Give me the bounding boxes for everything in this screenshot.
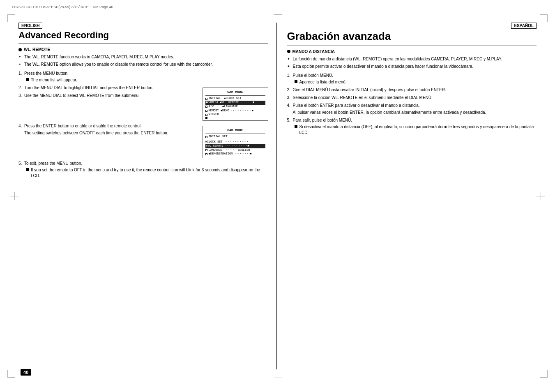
es-step-1-sub: Aparece la lista del menú. bbox=[295, 79, 537, 85]
step-4-extra: The setting switches between ON/OFF each… bbox=[24, 130, 193, 136]
step-5: 5. To exit, press the MENU button. If yo… bbox=[18, 161, 268, 179]
es-step-5-sub: Si desactiva el mando a distancia (OFF),… bbox=[295, 124, 537, 136]
cross-bottom bbox=[274, 374, 282, 382]
english-steps: 1. Press the MENÚ button. The menu list … bbox=[18, 71, 268, 179]
spanish-subsection: MANDO A DISTANCIA bbox=[287, 49, 537, 54]
menu-sq-filled bbox=[205, 117, 207, 119]
step-4-content: Press the ENTER button to enable or disa… bbox=[24, 123, 193, 136]
step-4-text: 4. Press the ENTER button to enable or d… bbox=[18, 123, 193, 161]
page-number: 40 bbox=[21, 369, 31, 376]
es-sq-bullet-5 bbox=[295, 125, 297, 128]
es-step-1: 1. Pulse el botón MENÚ. Aparece la lista… bbox=[287, 73, 537, 85]
es-step-5: 5. Para salir, pulse el botón MENÚ. Si d… bbox=[287, 118, 537, 136]
cross-top bbox=[274, 10, 282, 18]
english-title: Advanced Recording bbox=[18, 30, 268, 40]
steps-2-3-text: 2. Turn the MENU DIAL to highlight INITI… bbox=[18, 85, 193, 123]
menu-box-2-title: CAM MODE bbox=[205, 128, 265, 134]
menu-row-av: A/V ◆LANGUAGE bbox=[205, 105, 265, 109]
es-step-2-content: Gire el DIAL MENÚ hasta resaltar INITIAL… bbox=[293, 87, 537, 93]
spanish-badge-row: ESPAÑOL bbox=[287, 23, 537, 30]
step-1-content: Press the MENÚ button. The menu list wil… bbox=[24, 71, 268, 83]
step-1-num: 1. bbox=[18, 71, 24, 83]
es-step-4: 4. Pulse el botón ENTER para activar o d… bbox=[287, 103, 537, 115]
english-column: ENGLISH Advanced Recording WL. REMOTE Th… bbox=[18, 23, 277, 369]
menu-row-wl-remote: ◆WL.REMOTE ·············■ bbox=[205, 144, 265, 148]
es-step-4-content: Pulse el botón ENTER para activar o desa… bbox=[293, 103, 537, 115]
menu-sq-initial bbox=[205, 98, 207, 100]
menu-row-viewer: VIEWER bbox=[205, 113, 265, 117]
header-bar: 00762D SCD107 USA+ESP(28-59) 3/15/04 9:1… bbox=[12, 5, 543, 9]
menu-box-1-title: CAM MODE bbox=[205, 90, 265, 96]
es-step-1-content: Pulse el botón MENÚ. Aparece la lista de… bbox=[293, 73, 537, 85]
menu-box-2: CAM MODE INITIAL SET ◆CLOCK SET ········… bbox=[203, 126, 268, 158]
english-bullet-2: The WL. REMOTE option allows you to enab… bbox=[18, 62, 268, 67]
menu-diagram-2: CAM MODE INITIAL SET ◆CLOCK SET ········… bbox=[203, 126, 268, 158]
menu-box-1: CAM MODE INITIAL ◆CLOCK SET ■CAMERA ◆WL.… bbox=[203, 88, 268, 121]
step-3-content: Use the MENU DIAL to select WL.REMOTE fr… bbox=[24, 93, 193, 99]
spanish-bullet-1: La función de mando a distancia (WL. REM… bbox=[287, 56, 537, 62]
english-divider bbox=[18, 44, 268, 44]
es-step-5-num: 5. bbox=[287, 118, 293, 136]
es-step-5-content: Para salir, pulse el botón MENÚ. Si desa… bbox=[293, 118, 537, 136]
menu-diagram-1: CAM MODE INITIAL ◆CLOCK SET ■CAMERA ◆WL.… bbox=[203, 88, 268, 121]
subsection-bullet bbox=[18, 48, 22, 51]
step-4-with-diagram: 4. Press the ENTER button to enable or d… bbox=[18, 123, 268, 161]
spanish-column: ESPAÑOL Grabación avanzada MANDO A DISTA… bbox=[277, 23, 537, 369]
menu-sq-av bbox=[205, 106, 207, 108]
english-badge: ENGLISH bbox=[18, 23, 42, 29]
step-5-num: 5. bbox=[18, 161, 24, 179]
english-bullet-1: The WL. REMOTE function works in CAMERA,… bbox=[18, 54, 268, 60]
menu-sq-is bbox=[205, 136, 207, 138]
step-3: 3. Use the MENU DIAL to select WL.REMOTE… bbox=[18, 93, 193, 99]
reg-mark-tl bbox=[7, 14, 15, 22]
menu-sq-demo bbox=[205, 153, 207, 155]
spanish-bullet-2: Esta opción permite activar o desactivar… bbox=[287, 64, 537, 69]
cross-left bbox=[10, 192, 18, 200]
step-5-content: To exit, press the MENU button. If you s… bbox=[24, 161, 268, 179]
cross-right bbox=[537, 192, 545, 200]
menu-row-clock-set: ◆CLOCK SET ·············· bbox=[205, 140, 265, 144]
sq-bullet bbox=[26, 78, 29, 81]
file-info: 00762D SCD107 USA+ESP(28-59) 3/15/04 9:1… bbox=[12, 5, 113, 9]
es-step-2: 2. Gire el DIAL MENÚ hasta resaltar INIT… bbox=[287, 87, 537, 93]
menu-row-blank bbox=[205, 117, 265, 119]
spanish-badge: ESPAÑOL bbox=[511, 23, 537, 29]
step-2-num: 2. bbox=[18, 85, 24, 91]
step-2-content: Turn the MENU DIAL to highlight INITIAL … bbox=[24, 85, 193, 91]
es-step-1-num: 1. bbox=[287, 73, 293, 85]
es-step-3-content: Seleccione la opción WL. REMOTE en el su… bbox=[293, 95, 537, 101]
step-4-num: 4. bbox=[18, 123, 24, 136]
menu-row-initial-set: INITIAL SET bbox=[205, 135, 265, 139]
reg-mark-tr bbox=[540, 14, 548, 22]
es-step-3-num: 3. bbox=[287, 95, 293, 101]
step-2: 2. Turn the MENU DIAL to highlight INITI… bbox=[18, 85, 193, 91]
menu-row-initial: INITIAL ◆CLOCK SET bbox=[205, 97, 265, 101]
step-4: 4. Press the ENTER button to enable or d… bbox=[18, 123, 193, 136]
menu-row-camera: ■CAMERA ◆WL. REMOTE ······· ■ bbox=[205, 101, 265, 105]
menu-row-language: LANGUAGE·········ENGLISH bbox=[205, 148, 265, 152]
sq-bullet-5 bbox=[26, 168, 29, 171]
english-subsection: WL. REMOTE bbox=[18, 47, 268, 52]
spanish-divider bbox=[287, 46, 537, 46]
es-step-4-num: 4. bbox=[287, 103, 293, 115]
spanish-title: Grabación avanzada bbox=[287, 30, 537, 42]
step-3-num: 3. bbox=[18, 93, 24, 99]
es-sq-bullet-1 bbox=[295, 80, 297, 83]
menu-sq-memory bbox=[205, 110, 207, 112]
spanish-subsection-bullet bbox=[287, 50, 290, 53]
menu-sq-viewer bbox=[205, 114, 207, 116]
es-step-3: 3. Seleccione la opción WL. REMOTE en el… bbox=[287, 95, 537, 101]
main-content: ENGLISH Advanced Recording WL. REMOTE Th… bbox=[18, 23, 537, 369]
es-step-4-sub: Al pulsar varias veces el botón ENTER, l… bbox=[293, 110, 537, 115]
reg-mark-br bbox=[540, 370, 548, 378]
es-step-2-num: 2. bbox=[287, 87, 293, 93]
spanish-steps: 1. Pulse el botón MENÚ. Aparece la lista… bbox=[287, 73, 537, 136]
menu-sq-lang bbox=[205, 149, 207, 151]
menu-row-memory: MEMORY ◆DEMO ············ ■ bbox=[205, 109, 265, 113]
menu-row-demonstration: ◆DEMONSTRATION ········· ■ bbox=[205, 152, 265, 156]
step-5-sub: If you set the remote to OFF in the menu… bbox=[26, 167, 268, 179]
reg-mark-bl bbox=[7, 370, 15, 378]
steps-2-3-with-diagram: 2. Turn the MENU DIAL to highlight INITI… bbox=[18, 85, 268, 123]
page: 00762D SCD107 USA+ESP(28-59) 3/15/04 9:1… bbox=[0, 0, 555, 392]
step-1: 1. Press the MENÚ button. The menu list … bbox=[18, 71, 268, 83]
